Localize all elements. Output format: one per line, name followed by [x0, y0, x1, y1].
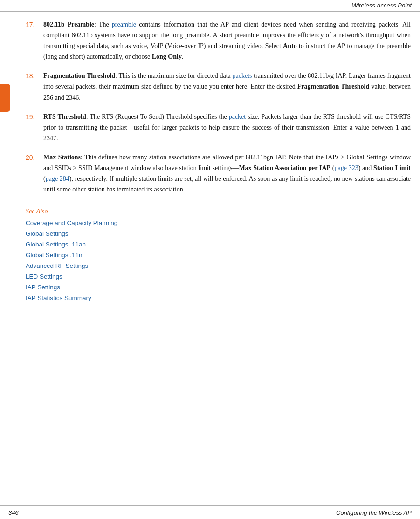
item-number-18: 18.	[26, 70, 43, 102]
see-also-link-4[interactable]: Advanced RF Settings	[26, 261, 411, 272]
item-content-18: Fragmentation Threshold: This is the max…	[43, 70, 411, 102]
side-tab	[0, 84, 10, 112]
top-header: Wireless Access Point	[0, 0, 420, 12]
list-item-17: 17. 802.11b Preamble: The preamble conta…	[26, 19, 411, 62]
see-also-link-6[interactable]: IAP Settings	[26, 282, 411, 293]
item-17-auto: Auto	[283, 42, 297, 49]
header-title: Wireless Access Point	[352, 2, 412, 9]
see-also-section: See Also Coverage and Capacity Planning …	[26, 208, 411, 304]
item-number-17: 17.	[26, 19, 43, 62]
footer-page-number: 346	[8, 509, 19, 516]
item-18-term: Fragmentation Threshold	[43, 72, 115, 79]
see-also-link-2[interactable]: Global Settings .11an	[26, 239, 411, 250]
page284-link[interactable]: page 284	[46, 175, 69, 182]
item-18-frag: Fragmentation Threshold	[297, 83, 370, 90]
page323-link[interactable]: page 323	[334, 164, 358, 171]
item-20-max-station: Max Station Association per IAP	[239, 164, 330, 171]
item-20-term: Max Stations	[43, 154, 81, 161]
item-content-19: RTS Threshold: The RTS (Request To Send)…	[43, 111, 411, 143]
page-container: Wireless Access Point 17. 802.11b Preamb…	[0, 0, 420, 519]
see-also-link-5[interactable]: LED Settings	[26, 272, 411, 282]
item-content-20: Max Stations: This defines how many stat…	[43, 152, 411, 195]
see-also-link-3[interactable]: Global Settings .11n	[26, 250, 411, 261]
item-17-term: 802.11b Preamble	[43, 21, 94, 28]
see-also-link-0[interactable]: Coverage and Capacity Planning	[26, 218, 411, 229]
footer-chapter-title: Configuring the Wireless AP	[336, 509, 412, 516]
item-number-20: 20.	[26, 152, 43, 195]
bottom-footer: 346 Configuring the Wireless AP	[0, 505, 420, 519]
item-number-19: 19.	[26, 111, 43, 143]
item-20-station-limit: Station Limit	[373, 164, 411, 171]
see-also-title: See Also	[26, 208, 411, 215]
preamble-link[interactable]: preamble	[112, 21, 136, 28]
list-item-19: 19. RTS Threshold: The RTS (Request To S…	[26, 111, 411, 143]
item-content-17: 802.11b Preamble: The preamble contains …	[43, 19, 411, 62]
main-content: 17. 802.11b Preamble: The preamble conta…	[0, 12, 420, 304]
item-19-term: RTS Threshold	[43, 113, 86, 120]
list-item-18: 18. Fragmentation Threshold: This is the…	[26, 70, 411, 102]
packets-link-18[interactable]: packets	[233, 72, 252, 79]
item-17-longonly: Long Only	[152, 53, 182, 60]
packet-link-19[interactable]: packet	[229, 113, 246, 120]
see-also-link-7[interactable]: IAP Statistics Summary	[26, 293, 411, 304]
list-item-20: 20. Max Stations: This defines how many …	[26, 152, 411, 195]
see-also-link-1[interactable]: Global Settings	[26, 229, 411, 239]
